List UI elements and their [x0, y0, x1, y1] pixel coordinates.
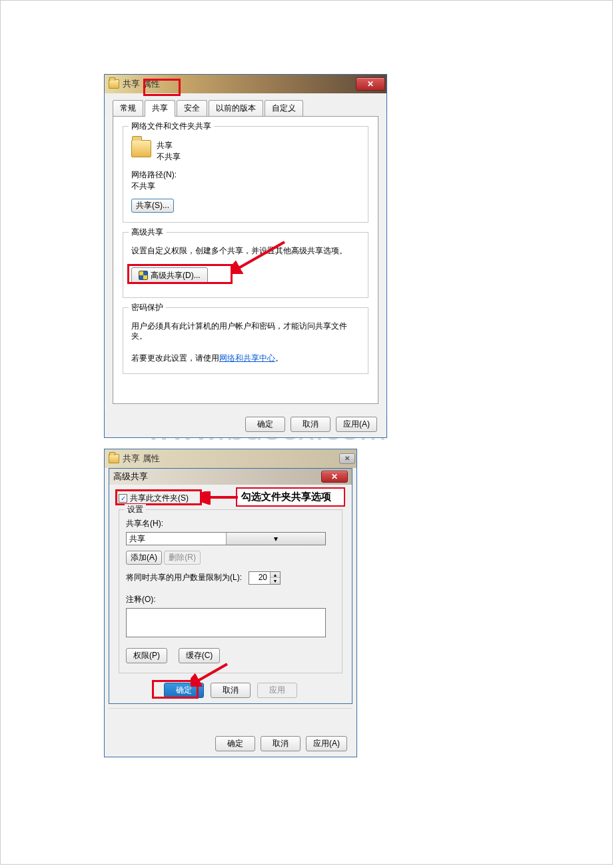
group-legend: 设置 [125, 504, 146, 515]
dialog-button-bar: 确定 取消 应用(A) [105, 411, 386, 437]
tab-general[interactable]: 常规 [113, 100, 143, 117]
properties-dialog-1: 共享 属性 ✕ 常规 共享 安全 以前的版本 自定义 网络文件和文件夹共享 共享… [104, 74, 387, 438]
titlebar[interactable]: 共享 属性 ✕ [105, 449, 356, 468]
annotation-callout: 勾选文件夹共享选项 [236, 487, 345, 507]
tab-label: 常规 [120, 103, 136, 113]
remove-button: 删除(R) [164, 551, 201, 565]
cache-button[interactable]: 缓存(C) [179, 648, 221, 663]
comment-textarea[interactable] [126, 608, 326, 637]
share-folder-checkbox[interactable]: ✓ [119, 494, 127, 503]
spin-down-icon[interactable]: ▼ [271, 578, 280, 584]
folder-icon [109, 454, 119, 463]
cancel-button[interactable]: 取消 [261, 736, 301, 751]
tab-custom[interactable]: 自定义 [265, 100, 303, 117]
share-status: 不共享 [157, 151, 181, 163]
sharename-label: 共享名(H): [126, 518, 335, 529]
checkbox-label: 共享此文件夹(S) [130, 493, 189, 504]
apply-button: 应用 [257, 683, 297, 698]
titlebar[interactable]: 共享 属性 ✕ [105, 75, 386, 93]
callout-text: 勾选文件夹共享选项 [241, 491, 331, 502]
advanced-sharing-button[interactable]: 高级共享(D)... [131, 267, 208, 284]
titlebar[interactable]: 高级共享 ✕ [109, 469, 352, 485]
text: 若要更改此设置，请使用 [131, 353, 219, 363]
apply-button[interactable]: 应用(A) [336, 417, 377, 432]
dialog-button-bar: 确定 取消 应用(A) [105, 731, 356, 757]
ok-button[interactable]: 确定 [245, 417, 285, 432]
tab-security[interactable]: 安全 [177, 100, 207, 117]
group-password: 密码保护 用户必须具有此计算机的用户帐户和密码，才能访问共享文件夹。 若要更改此… [123, 307, 368, 374]
group-legend: 密码保护 [129, 302, 166, 313]
tab-label: 以前的版本 [216, 103, 256, 113]
group-legend: 高级共享 [129, 227, 166, 238]
window-title: 共享 属性 [123, 78, 356, 90]
tab-previous[interactable]: 以前的版本 [209, 100, 263, 117]
annotation-arrow [201, 491, 241, 505]
adv-desc: 设置自定义权限，创建多个共享，并设置其他高级共享选项。 [131, 246, 360, 257]
network-path-value: 不共享 [131, 181, 360, 192]
group-network-sharing: 网络文件和文件夹共享 共享 不共享 网络路径(N): 不共享 共享(S)... [123, 126, 368, 223]
cancel-button[interactable]: 取消 [291, 417, 330, 432]
window-title: 高级共享 [113, 471, 321, 483]
network-center-link[interactable]: 网络和共享中心 [219, 353, 275, 363]
group-legend: 网络文件和文件夹共享 [129, 121, 214, 132]
add-button[interactable]: 添加(A) [126, 551, 162, 565]
cancel-button[interactable]: 取消 [211, 683, 251, 698]
tabstrip: 常规 共享 安全 以前的版本 自定义 [105, 93, 386, 117]
pwd-desc: 用户必须具有此计算机的用户帐户和密码，才能访问共享文件夹。 [131, 321, 360, 342]
folder-icon [109, 79, 119, 89]
network-path-label: 网络路径(N): [131, 169, 360, 181]
apply-button[interactable]: 应用(A) [306, 736, 347, 751]
tab-panel-sharing: 网络文件和文件夹共享 共享 不共享 网络路径(N): 不共享 共享(S)... [113, 116, 378, 404]
close-button[interactable]: ✕ [321, 471, 348, 483]
limit-label: 将同时共享的用户数量限制为(L): [126, 572, 242, 583]
text: 。 [275, 353, 283, 363]
tab-sharing[interactable]: 共享 [145, 100, 175, 117]
permissions-button[interactable]: 权限(P) [126, 648, 167, 663]
ok-button[interactable]: 确定 [215, 736, 255, 751]
window-title: 共享 属性 [123, 453, 339, 465]
combo-value: 共享 [127, 533, 226, 545]
pwd-hint: 若要更改此设置，请使用网络和共享中心。 [131, 353, 360, 364]
settings-groupbox: 设置 共享名(H): 共享 ▾ 添加(A) 删除(R) 将同时共享的用户数量限制… [119, 509, 342, 673]
tab-label: 安全 [184, 103, 200, 113]
chevron-down-icon[interactable]: ▾ [226, 533, 326, 545]
user-limit-spinner[interactable]: 20 ▲▼ [249, 571, 281, 585]
tab-label: 自定义 [272, 103, 296, 113]
share-name: 共享 [157, 140, 181, 151]
group-advanced-sharing: 高级共享 设置自定义权限，创建多个共享，并设置其他高级共享选项。 高级共享(D)… [123, 232, 368, 298]
share-button[interactable]: 共享(S)... [131, 199, 174, 213]
close-button[interactable]: ✕ [356, 77, 385, 91]
folder-icon [131, 140, 151, 157]
comment-label: 注释(O): [126, 594, 335, 605]
button-label: 高级共享(D)... [151, 271, 201, 280]
tab-label: 共享 [152, 103, 168, 113]
spin-up-icon[interactable]: ▲ [271, 572, 280, 579]
properties-dialog-2: 共享 属性 ✕ 高级共享 ✕ ✓ 共享此文件夹(S) [104, 449, 357, 757]
spinner-value: 20 [249, 572, 270, 584]
advanced-sharing-dialog: 高级共享 ✕ ✓ 共享此文件夹(S) 勾选文件夹共享选项 [109, 468, 352, 704]
ok-button[interactable]: 确定 [164, 683, 204, 698]
sharename-combobox[interactable]: 共享 ▾ [126, 532, 326, 545]
close-button[interactable]: ✕ [339, 453, 355, 464]
shield-icon [139, 271, 148, 280]
